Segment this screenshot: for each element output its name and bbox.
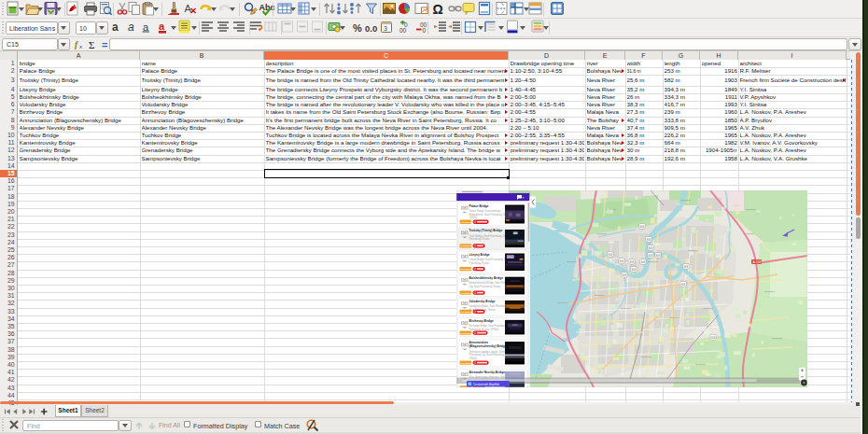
svg-text:a: a	[143, 21, 149, 33]
svg-text:Palace Bridge: Palace Bridge	[469, 204, 489, 208]
svg-text:=: =	[102, 39, 107, 50]
svg-text:Liteyny Bridge: Liteyny Bridge	[469, 253, 490, 257]
svg-text:a: a	[159, 21, 165, 32]
svg-text:▾: ▾	[523, 196, 525, 200]
svg-text:SCHEDULE: SCHEDULE	[461, 245, 474, 247]
svg-text:Alexander Nevsky Bridge: Alexander Nevsky Bridge	[469, 371, 506, 374]
svg-text:Лейтенант шмидта бридге, Saint: Лейтенант шмидта бридге, Saint	[469, 350, 506, 354]
svg-text:Σ: Σ	[89, 39, 94, 50]
svg-text:Petersburg, Russia, 199000: Petersburg, Russia, 199000	[469, 328, 499, 331]
svg-text:SCHEDULE: SCHEDULE	[461, 362, 474, 365]
svg-text:SCHEDULE: SCHEDULE	[461, 268, 474, 271]
svg-text:(Blagoveschensky) Bridge: (Blagoveschensky) Bridge	[469, 344, 507, 348]
svg-text:A-118: A-118	[753, 260, 762, 264]
svg-text:3: 3	[384, 25, 387, 32]
svg-text:0: 0	[423, 27, 427, 34]
svg-text:Petersburg, Russia: Petersburg, Russia	[469, 237, 490, 241]
svg-text:SCHEDULE: SCHEDULE	[461, 332, 474, 335]
svg-text:SCHEDULE: SCHEDULE	[461, 221, 474, 224]
svg-text:190000: 190000	[469, 216, 478, 219]
svg-text:SCHEDULE: SCHEDULE	[461, 292, 474, 295]
svg-text:City, Saint Petersburg, Russia: City, Saint Petersburg, Russia	[469, 285, 501, 288]
svg-text:Bolsheokhtinsky Bridge: Bolsheokhtinsky Bridge	[469, 276, 504, 280]
svg-text:x: x	[78, 43, 83, 50]
svg-text:Petersburg, Russia: Petersburg, Russia	[469, 261, 490, 265]
svg-text:Palace Bridge, Dvortsovskaya: Palace Bridge, Dvortsovskaya	[469, 209, 502, 213]
svg-text:Ω: Ω	[433, 2, 443, 17]
svg-text:190000: 190000	[469, 357, 478, 360]
svg-text:a: a	[112, 21, 119, 34]
svg-text:Birzhevoy Bridge: Birzhevoy Bridge	[469, 319, 494, 323]
svg-text:Troitsky (Trinity) Bridge: Troitsky (Trinity) Bridge	[469, 229, 503, 232]
svg-text:a: a	[128, 21, 134, 34]
svg-text:SCHEDULE: SCHEDULE	[461, 311, 474, 314]
svg-text:0.0: 0.0	[365, 23, 377, 34]
svg-text:%: %	[353, 22, 362, 34]
svg-text:Volodarsky Bridge: Volodarsky Bridge	[469, 300, 496, 303]
svg-text:Created with MapHub: Created with MapHub	[473, 383, 499, 386]
svg-text:00: 00	[399, 27, 407, 34]
